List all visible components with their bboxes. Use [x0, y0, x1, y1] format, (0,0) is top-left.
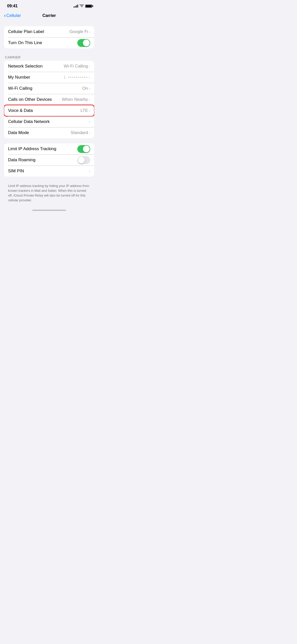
calls-other-devices-label: Calls on Other Devices [8, 97, 62, 102]
chevron-right-icon: › [89, 120, 90, 124]
limit-ip-tracking-toggle[interactable] [77, 145, 90, 153]
home-bar [32, 210, 66, 211]
turn-on-line-toggle[interactable] [77, 39, 90, 47]
limit-ip-tracking-row[interactable]: Limit IP Address Tracking [4, 143, 94, 154]
wifi-icon [80, 4, 84, 8]
wifi-calling-row[interactable]: Wi-Fi Calling On › [4, 83, 94, 94]
chevron-right-icon: › [89, 86, 90, 90]
sim-pin-row[interactable]: SIM PIN › [4, 166, 94, 177]
chevron-right-icon: › [89, 131, 90, 135]
carrier-section-label: CARRIER [0, 53, 98, 61]
wifi-calling-value: On [82, 86, 88, 91]
chevron-right-icon: › [89, 30, 90, 34]
home-indicator [0, 208, 98, 215]
status-time: 09:41 [7, 4, 18, 9]
data-mode-value: Standard [71, 130, 88, 135]
cellular-plan-label: Cellular Plan Label [8, 29, 70, 34]
data-roaming-row[interactable]: Data Roaming [4, 154, 94, 166]
turn-on-line-label: Turn On This Line [8, 40, 77, 45]
limit-ip-tracking-label: Limit IP Address Tracking [8, 146, 77, 151]
status-icons [74, 4, 92, 8]
back-label: Cellular [6, 13, 21, 18]
data-roaming-toggle[interactable] [77, 156, 90, 164]
wifi-calling-label: Wi-Fi Calling [8, 86, 82, 91]
chevron-right-icon: › [89, 98, 90, 102]
chevron-right-icon: › [89, 109, 90, 113]
network-selection-row[interactable]: Network Selection Wi-Fi Calling › [4, 61, 94, 72]
my-number-label: My Number [8, 75, 63, 80]
voice-data-value: LTE [80, 108, 88, 113]
footer-description: Limit IP address tracking by hiding your… [0, 182, 98, 208]
cellular-plan-label-row[interactable]: Cellular Plan Label Google Fi › [4, 26, 94, 37]
network-selection-label: Network Selection [8, 64, 64, 69]
turn-on-line-row[interactable]: Turn On This Line [4, 37, 94, 48]
data-mode-label: Data Mode [8, 130, 71, 135]
top-settings-group: Cellular Plan Label Google Fi › Turn On … [4, 26, 94, 48]
battery-icon [85, 5, 92, 8]
cellular-plan-value: Google Fi [70, 29, 88, 34]
my-number-row[interactable]: My Number 1 •••••••••• › [4, 72, 94, 83]
voice-data-row[interactable]: Voice & Data LTE › [4, 105, 94, 116]
sim-pin-label: SIM PIN [8, 169, 89, 174]
signal-icon [74, 5, 78, 8]
back-button[interactable]: ‹ Cellular [4, 13, 21, 18]
chevron-right-icon: › [89, 64, 90, 68]
carrier-settings-group: Network Selection Wi-Fi Calling › My Num… [4, 61, 94, 138]
nav-bar: ‹ Cellular Carrier [0, 11, 98, 21]
voice-data-label: Voice & Data [8, 108, 80, 113]
cellular-data-network-row[interactable]: Cellular Data Network › [4, 116, 94, 127]
my-number-value: 1 •••••••••• [63, 75, 88, 80]
calls-other-devices-row[interactable]: Calls on Other Devices When Nearby › [4, 94, 94, 105]
toggle-thumb [78, 157, 85, 164]
toggle-thumb [83, 146, 90, 152]
bottom-settings-group: Limit IP Address Tracking Data Roaming S… [4, 143, 94, 177]
chevron-right-icon: › [89, 75, 90, 79]
network-selection-value: Wi-Fi Calling [64, 64, 88, 69]
status-bar: 09:41 [0, 0, 98, 11]
chevron-left-icon: ‹ [4, 13, 6, 18]
cellular-data-network-label: Cellular Data Network [8, 119, 89, 124]
data-roaming-label: Data Roaming [8, 157, 77, 163]
chevron-right-icon: › [89, 169, 90, 173]
calls-other-devices-value: When Nearby [62, 97, 88, 102]
data-mode-row[interactable]: Data Mode Standard › [4, 127, 94, 138]
toggle-thumb [83, 40, 90, 46]
page-title: Carrier [42, 13, 56, 18]
